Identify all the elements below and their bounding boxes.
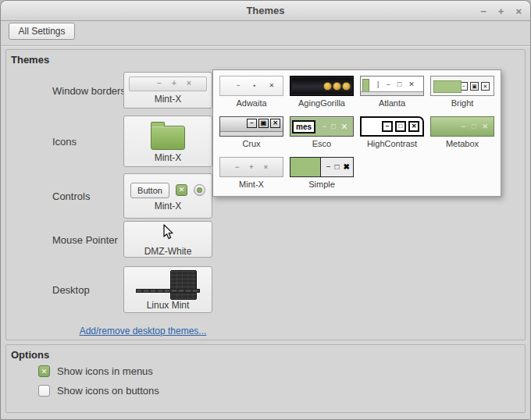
window-border-picker-popup: − ▪ ✕ Adwaita AgingGorilla | − □ ✕ Atlan… xyxy=(212,69,501,197)
controls-label: Controls xyxy=(52,190,90,202)
close-icon: ✕ xyxy=(270,119,280,128)
themes-settings-window: Themes − + × All Settings Themes Window … xyxy=(0,0,531,420)
atlanta-thumbnail-icon: | − □ ✕ xyxy=(360,76,424,96)
close-icon: ✕ xyxy=(482,123,488,130)
maximize-icon: □ xyxy=(335,163,340,171)
theme-option-aginggorilla[interactable]: AgingGorilla xyxy=(287,73,357,114)
gold-button-icon xyxy=(333,82,341,91)
icons-value: Mint-X xyxy=(155,152,182,163)
close-icon: ✕ xyxy=(481,82,490,91)
aginggorilla-thumbnail-icon xyxy=(290,76,354,96)
minimize-icon: − xyxy=(326,163,331,171)
minimize-icon: − xyxy=(157,80,162,87)
theme-name: AgingGorilla xyxy=(298,98,345,108)
option-show-icons-on-buttons[interactable]: ✕ Show icons on buttons xyxy=(38,384,159,397)
adwaita-thumbnail-icon: − ▪ ✕ xyxy=(219,76,283,96)
checkbox-label: Show icons in menus xyxy=(57,365,153,377)
title-fragment: mes xyxy=(292,120,315,133)
minimize-icon: − xyxy=(323,123,326,130)
theme-option-bright[interactable]: − ▣ ✕ Bright xyxy=(427,73,497,114)
shade-icon: | xyxy=(377,81,379,88)
theme-option-crux[interactable]: − ▣ ✕ Crux xyxy=(216,114,287,155)
desktop-chooser-button[interactable]: Linux Mint xyxy=(123,266,212,313)
theme-name: Atlanta xyxy=(379,98,405,108)
options-section-title: Options xyxy=(11,349,49,361)
mouse-pointer-label: Mouse Pointer xyxy=(52,234,118,246)
theme-option-esco[interactable]: mes − □ ✕ Esco xyxy=(287,114,357,155)
theme-name: Metabox xyxy=(446,139,479,148)
sample-radio-icon xyxy=(194,184,205,196)
window-borders-value: Mint-X xyxy=(155,94,182,105)
close-icon: ✖ xyxy=(344,163,350,171)
add-remove-desktop-themes-link[interactable]: Add/remove desktop themes... xyxy=(80,326,207,336)
options-section: Options ✕ Show icons in menus ✕ Show ico… xyxy=(5,344,526,413)
maximize-icon: □ xyxy=(331,123,335,130)
esco-thumbnail-icon: mes − □ ✕ xyxy=(290,116,354,137)
maximize-icon: + xyxy=(172,80,176,87)
minimize-window-icon[interactable]: − xyxy=(480,5,486,17)
close-window-icon[interactable]: × xyxy=(515,5,522,17)
minimize-icon: − xyxy=(382,121,393,132)
all-settings-button[interactable]: All Settings xyxy=(9,23,75,40)
maximize-icon: □ xyxy=(395,121,406,132)
simple-thumbnail-icon: − □ ✖ xyxy=(290,157,354,177)
theme-option-highcontrast[interactable]: − □ ✕ HighContrast xyxy=(357,114,427,155)
icons-label: Icons xyxy=(52,136,77,148)
option-show-icons-in-menus[interactable]: ✕ Show icons in menus xyxy=(38,365,153,378)
theme-name: Crux xyxy=(242,139,260,148)
maximize-icon: ▣ xyxy=(470,82,479,91)
sample-checkbox-icon: ✕ xyxy=(176,184,187,196)
titlebar[interactable]: Themes − + × xyxy=(1,1,530,21)
highcontrast-thumbnail-icon: − □ ✕ xyxy=(360,116,424,137)
controls-preview-icon: Button ✕ xyxy=(130,183,205,198)
window-title: Themes xyxy=(1,1,530,21)
maximize-icon: ▣ xyxy=(258,119,269,128)
minimize-icon: − xyxy=(235,164,239,171)
themes-section-title: Themes xyxy=(11,54,49,66)
theme-option-mintx[interactable]: − + × Mint-X xyxy=(216,155,287,195)
close-icon: × xyxy=(187,80,191,87)
theme-option-atlanta[interactable]: | − □ ✕ Atlanta xyxy=(357,73,427,114)
checkbox-icon[interactable]: ✕ xyxy=(38,385,50,397)
add-remove-themes-link-wrap: Add/remove desktop themes... xyxy=(6,323,280,337)
close-icon: ✕ xyxy=(340,123,347,131)
theme-name: Esco xyxy=(312,139,331,148)
mouse-pointer-value: DMZ-White xyxy=(144,246,192,257)
controls-chooser-button[interactable]: Button ✕ Mint-X xyxy=(123,173,212,219)
theme-name: Mint-X xyxy=(239,180,264,189)
theme-option-simple[interactable]: − □ ✖ Simple xyxy=(287,155,357,195)
controls-value: Mint-X xyxy=(155,201,182,212)
check-mark-icon: ✕ xyxy=(41,368,48,376)
menu-panel-icon xyxy=(170,270,197,300)
window-borders-chooser-button[interactable]: − + × Mint-X xyxy=(123,72,212,109)
theme-option-adwaita[interactable]: − ▪ ✕ Adwaita xyxy=(216,73,287,114)
taskbar-icon xyxy=(136,289,200,293)
sample-button: Button xyxy=(130,183,169,198)
desktop-value: Linux Mint xyxy=(147,300,190,311)
minimize-icon: − xyxy=(237,83,241,89)
maximize-window-icon[interactable]: + xyxy=(498,5,504,17)
metabox-thumbnail-icon: − □ ✕ xyxy=(430,116,494,137)
minimize-icon: − xyxy=(462,123,465,130)
bright-thumbnail-icon: − ▣ ✕ xyxy=(430,76,494,96)
desktop-preview-icon xyxy=(133,270,203,297)
desktop-label: Desktop xyxy=(52,284,90,296)
maximize-icon: □ xyxy=(397,81,401,88)
minimize-icon: − xyxy=(247,119,257,128)
close-icon: × xyxy=(264,164,268,171)
theme-option-metabox[interactable]: − □ ✕ Metabox xyxy=(427,114,497,155)
theme-name: Bright xyxy=(451,98,474,108)
crux-thumbnail-icon: − ▣ ✕ xyxy=(219,116,283,137)
mintx-thumbnail-icon: − + × xyxy=(219,157,283,177)
mouse-pointer-chooser-button[interactable]: DMZ-White xyxy=(123,221,212,258)
cursor-arrow-icon xyxy=(162,224,174,244)
close-icon: ✕ xyxy=(408,81,415,88)
checkbox-icon[interactable]: ✕ xyxy=(38,365,50,377)
maximize-icon: + xyxy=(249,164,253,171)
toolbar: All Settings xyxy=(1,21,530,46)
window-borders-label: Window borders xyxy=(52,85,126,97)
icons-chooser-button[interactable]: Mint-X xyxy=(123,116,212,167)
close-icon: ✕ xyxy=(408,121,419,132)
window-border-preview-icon: − + × xyxy=(129,77,207,91)
theme-name: HighContrast xyxy=(367,139,417,148)
